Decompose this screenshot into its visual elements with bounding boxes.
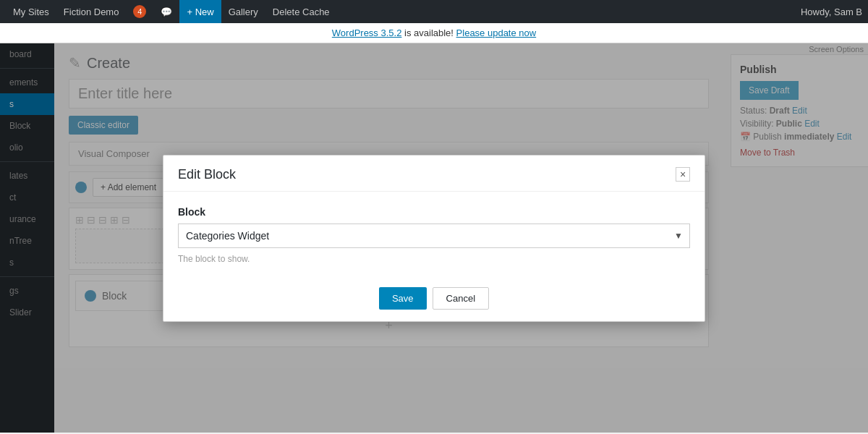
- comments-icon: 💬: [161, 7, 172, 17]
- modal-body: Block Categories Widget Recent Posts Rec…: [163, 192, 705, 278]
- block-select-wrap: Categories Widget Recent Posts Recent Co…: [178, 224, 690, 248]
- site-title-label: Fiction Demo: [64, 7, 119, 17]
- admin-bar: My Sites Fiction Demo 4 💬 + New Gallery …: [0, 0, 868, 23]
- admin-bar-updates[interactable]: 4: [126, 0, 153, 23]
- admin-bar-comments[interactable]: 💬: [153, 0, 179, 23]
- howdy-label: Howdy, Sam B: [801, 7, 862, 17]
- admin-bar-site-title[interactable]: Fiction Demo: [56, 0, 127, 23]
- block-select[interactable]: Categories Widget Recent Posts Recent Co…: [178, 224, 690, 248]
- admin-bar-new[interactable]: + New: [179, 0, 221, 23]
- modal-cancel-button[interactable]: Cancel: [433, 287, 489, 310]
- please-update-link[interactable]: Please update now: [456, 27, 537, 38]
- wp-version-link[interactable]: WordPress 3.5.2: [332, 27, 402, 38]
- admin-bar-my-sites[interactable]: My Sites: [6, 0, 56, 23]
- admin-bar-delete-cache[interactable]: Delete Cache: [265, 0, 337, 23]
- block-field-label: Block: [178, 206, 690, 218]
- admin-bar-howdy: Howdy, Sam B: [801, 7, 862, 17]
- wp-main: board ements s Block olio lates ct uranc…: [0, 43, 868, 433]
- update-bar: WordPress 3.5.2 is available! Please upd…: [0, 23, 868, 43]
- admin-bar-gallery[interactable]: Gallery: [221, 0, 265, 23]
- modal-save-button[interactable]: Save: [379, 287, 427, 310]
- updates-count: 4: [133, 5, 146, 18]
- modal-title: Edit Block: [178, 167, 236, 182]
- new-label: + New: [187, 7, 213, 17]
- modal-overlay[interactable]: Edit Block × Block Categories Widget Rec…: [0, 43, 868, 433]
- gallery-label: Gallery: [229, 7, 258, 17]
- modal-close-button[interactable]: ×: [676, 167, 690, 182]
- my-sites-label: My Sites: [13, 7, 49, 17]
- delete-cache-label: Delete Cache: [273, 7, 330, 17]
- modal-header: Edit Block ×: [163, 156, 705, 192]
- edit-block-modal: Edit Block × Block Categories Widget Rec…: [163, 155, 705, 322]
- modal-footer: Save Cancel: [163, 278, 705, 321]
- block-field-hint: The block to show.: [178, 254, 690, 264]
- update-bar-text: is available!: [404, 27, 454, 38]
